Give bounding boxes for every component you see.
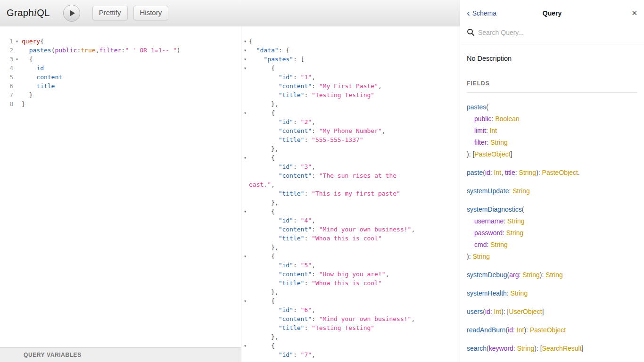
logo-text-ql: QL bbox=[37, 8, 50, 18]
query-editor[interactable]: 1▾query{2 pastes(public:true,filter:" ' … bbox=[0, 26, 241, 347]
fold-toggle-icon[interactable]: ▾ bbox=[13, 55, 21, 64]
doc-explorer-header: ‹Schema Query ✕ bbox=[460, 0, 644, 26]
fold-gutter-spacer bbox=[13, 90, 21, 99]
fold-toggle-icon[interactable]: ▾ bbox=[13, 37, 21, 46]
code-line: "id": "2", bbox=[241, 117, 460, 126]
fold-gutter-spacer bbox=[241, 180, 249, 189]
doc-field-item[interactable]: systemHealth: String bbox=[467, 288, 637, 299]
code-line: "title": "This is my first paste" bbox=[241, 189, 460, 198]
code-line: ▾ { bbox=[241, 252, 460, 261]
code-line: }, bbox=[241, 198, 460, 207]
doc-fields-list: pastes(public: Booleanlimit: Intfilter: … bbox=[467, 101, 637, 354]
doc-field-item[interactable]: readAndBurn(id: Int): PasteObject bbox=[467, 324, 637, 336]
fold-toggle-icon[interactable]: ▾ bbox=[241, 252, 249, 261]
doc-fields-section: FIELDS pastes(public: Booleanlimit: Intf… bbox=[460, 62, 644, 354]
doc-field-item[interactable]: paste(id: Int, title: String): PasteObje… bbox=[467, 167, 637, 179]
fold-toggle-icon[interactable]: ▾ bbox=[241, 153, 249, 162]
line-number: 8 bbox=[0, 99, 13, 108]
fold-gutter-spacer bbox=[241, 216, 249, 225]
doc-description: No Description bbox=[460, 44, 644, 62]
doc-body: No Description FIELDS pastes(public: Boo… bbox=[460, 44, 644, 362]
code-line: 6 title bbox=[0, 82, 241, 90]
fold-toggle-icon[interactable]: ▾ bbox=[241, 46, 249, 55]
query-variables-header[interactable]: QUERY VARIABLES bbox=[0, 347, 241, 362]
fold-gutter-spacer bbox=[241, 126, 249, 135]
doc-search-input[interactable] bbox=[478, 29, 637, 36]
close-icon[interactable]: ✕ bbox=[631, 9, 637, 17]
fold-toggle-icon[interactable]: ▾ bbox=[241, 37, 249, 46]
code-line: ▾ "data": { bbox=[241, 46, 460, 55]
doc-back-label: Schema bbox=[472, 9, 496, 17]
execute-button[interactable] bbox=[63, 5, 80, 22]
line-number: 5 bbox=[0, 73, 13, 82]
code-line: }, bbox=[241, 144, 460, 153]
doc-back-link[interactable]: ‹Schema bbox=[467, 8, 496, 18]
doc-field-item[interactable]: systemUpdate: String bbox=[467, 185, 637, 197]
doc-fields-header: FIELDS bbox=[467, 80, 637, 93]
fold-gutter-spacer bbox=[241, 198, 249, 207]
code-line: 2 pastes(public:true,filter:" ' OR 1=1--… bbox=[0, 46, 241, 55]
line-number: 6 bbox=[0, 82, 13, 90]
doc-field-item[interactable]: users(id: Int): [UserObject] bbox=[467, 306, 637, 318]
code-line: 8 } bbox=[0, 99, 241, 108]
logo-text-graph: Graph bbox=[7, 8, 34, 18]
doc-field-item[interactable]: systemDebug(arg: String): String bbox=[467, 269, 637, 281]
code-line: "content": "My First Paste", bbox=[241, 82, 460, 90]
doc-field-item[interactable]: search(keyword: String): [SearchResult] bbox=[467, 343, 637, 354]
code-line: "title": "Whoa this is cool" bbox=[241, 279, 460, 288]
prettify-button[interactable]: Prettify bbox=[92, 6, 128, 20]
fold-gutter-spacer bbox=[241, 189, 249, 198]
code-line: "id": "7", bbox=[241, 350, 460, 359]
doc-explorer: ‹Schema Query ✕ No Description FIELDS pa… bbox=[460, 0, 644, 362]
doc-field-item[interactable]: systemDiagnostics(username: Stringpasswo… bbox=[467, 204, 637, 263]
code-line: ▾ { bbox=[241, 108, 460, 117]
code-line: "title": "Testing Testing" bbox=[241, 323, 460, 332]
play-icon bbox=[68, 9, 76, 17]
fold-gutter-spacer bbox=[241, 171, 249, 180]
code-line: }, bbox=[241, 332, 460, 341]
code-line: }, bbox=[241, 99, 460, 108]
code-line: "title": "555-555-1337" bbox=[241, 135, 460, 144]
fold-gutter-spacer bbox=[241, 270, 249, 279]
fold-gutter-spacer bbox=[241, 332, 249, 341]
code-line: 7 } bbox=[0, 90, 241, 99]
fold-gutter-spacer bbox=[241, 234, 249, 243]
line-number: 4 bbox=[0, 64, 13, 73]
search-icon bbox=[467, 28, 475, 36]
fold-gutter-spacer bbox=[241, 90, 249, 99]
result-viewer[interactable]: ▾{▾ "data": {▾ "pastes": [▾ { "id": "1",… bbox=[241, 26, 460, 362]
code-line: "content": "Mind your own business!", bbox=[241, 314, 460, 323]
fold-gutter-spacer bbox=[241, 117, 249, 126]
fold-toggle-icon[interactable]: ▾ bbox=[241, 108, 249, 117]
fold-gutter-spacer bbox=[241, 135, 249, 144]
code-line: east.", bbox=[241, 180, 460, 189]
fold-gutter-spacer bbox=[241, 243, 249, 252]
query-variables-label: QUERY VARIABLES bbox=[24, 352, 82, 358]
code-line: 5 content bbox=[0, 73, 241, 82]
fold-gutter-spacer bbox=[13, 99, 21, 108]
fold-gutter-spacer bbox=[241, 73, 249, 82]
fold-gutter-spacer bbox=[241, 261, 249, 270]
fold-toggle-icon[interactable]: ▾ bbox=[241, 296, 249, 305]
code-line: "id": "3", bbox=[241, 162, 460, 171]
chevron-left-icon: ‹ bbox=[467, 8, 470, 17]
graphiql-app: GraphiQL Prettify History 1▾query{2 past… bbox=[0, 0, 644, 362]
fold-toggle-icon[interactable]: ▾ bbox=[241, 64, 249, 73]
fold-toggle-icon[interactable]: ▾ bbox=[241, 341, 249, 350]
history-button[interactable]: History bbox=[133, 6, 169, 20]
fold-toggle-icon[interactable]: ▾ bbox=[241, 55, 249, 64]
code-line: "content": "Mind your own business!", bbox=[241, 225, 460, 234]
fold-toggle-icon[interactable]: ▾ bbox=[241, 207, 249, 216]
code-line: ▾ "pastes": [ bbox=[241, 55, 460, 64]
fold-gutter-spacer bbox=[13, 46, 21, 55]
line-number: 7 bbox=[0, 90, 13, 99]
code-line: ▾ { bbox=[241, 341, 460, 350]
code-line: ▾{ bbox=[241, 37, 460, 46]
fold-gutter-spacer bbox=[13, 73, 21, 82]
line-number: 2 bbox=[0, 46, 13, 55]
code-line: "title": "Testing Testing" bbox=[241, 90, 460, 99]
code-line: ▾ { bbox=[241, 64, 460, 73]
code-line: "content": "The sun rises at the bbox=[241, 171, 460, 180]
fold-gutter-spacer bbox=[241, 323, 249, 332]
doc-field-item[interactable]: pastes(public: Booleanlimit: Intfilter: … bbox=[467, 101, 637, 160]
